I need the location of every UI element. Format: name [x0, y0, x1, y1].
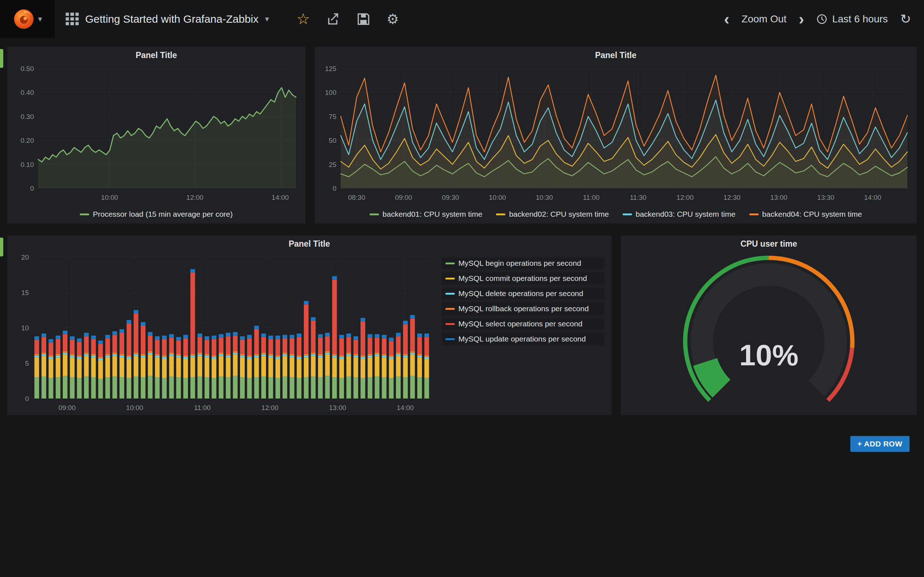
legend-label: MySQL update operations per second — [459, 335, 586, 343]
legend-label: backend04: CPU system time — [762, 210, 862, 219]
legend-item[interactable]: MySQL update operations per second — [442, 333, 604, 345]
svg-text:08:30: 08:30 — [348, 193, 365, 201]
svg-text:10: 10 — [21, 324, 29, 332]
svg-text:0.40: 0.40 — [21, 89, 34, 96]
chevron-right-icon[interactable]: › — [799, 13, 804, 25]
svg-text:14:00: 14:00 — [271, 193, 289, 201]
svg-text:15: 15 — [21, 289, 29, 297]
legend-color-dash — [446, 263, 455, 264]
legend-color-dash — [446, 278, 455, 279]
legend-item[interactable]: MySQL rollback operations per second — [442, 303, 604, 315]
svg-text:14:00: 14:00 — [864, 193, 881, 201]
chart-legend: backend01: CPU system timebackend02: CPU… — [315, 205, 917, 224]
mysql-operations-chart[interactable]: 09:0010:0011:0012:0013:0014:0005101520 — [13, 252, 436, 415]
legend-color-dash — [80, 213, 89, 215]
row-toggle-handle[interactable] — [0, 238, 3, 256]
clock-icon — [816, 14, 827, 24]
legend-item[interactable]: backend03: CPU system time — [623, 210, 736, 219]
add-row-button[interactable]: + ADD ROW — [850, 436, 909, 452]
svg-text:09:00: 09:00 — [395, 193, 412, 201]
svg-text:0: 0 — [30, 185, 34, 192]
svg-text:12:00: 12:00 — [186, 193, 204, 201]
row-toggle-handle[interactable] — [0, 49, 3, 68]
svg-text:11:00: 11:00 — [194, 404, 210, 411]
legend-item[interactable]: MySQL select operations per second — [442, 318, 604, 330]
svg-text:10:30: 10:30 — [536, 193, 553, 201]
svg-text:12:00: 12:00 — [677, 193, 694, 201]
chart-legend: Processor load (15 min average per core) — [7, 205, 305, 224]
settings-icon[interactable]: ⚙ — [386, 12, 399, 26]
svg-text:0.20: 0.20 — [21, 137, 34, 144]
panel-cpu-user-gauge: CPU user time 10% — [621, 235, 917, 415]
svg-text:125: 125 — [325, 65, 336, 73]
save-icon[interactable] — [356, 12, 371, 26]
svg-text:13:30: 13:30 — [817, 193, 835, 201]
panel-title[interactable]: Panel Title — [7, 235, 611, 252]
processor-load-chart[interactable]: 10:0012:0014:0000.100.200.300.400.50 — [10, 63, 302, 205]
legend-label: Processor load (15 min average per core) — [93, 210, 233, 219]
panel-mysql-operations: Panel Title 09:0010:0011:0012:0013:0014:… — [7, 235, 611, 415]
svg-text:100: 100 — [325, 89, 336, 96]
legend-label: MySQL begin operations per second — [459, 259, 581, 268]
dashboard-row-2: Panel Title 09:0010:0011:0012:0013:0014:… — [7, 235, 917, 415]
svg-text:50: 50 — [329, 137, 336, 144]
legend-item[interactable]: backend02: CPU system time — [496, 210, 609, 219]
svg-text:13:00: 13:00 — [329, 404, 346, 411]
time-controls: ‹ Zoom Out › Last 6 hours ↻ — [724, 13, 924, 26]
svg-text:10:00: 10:00 — [489, 193, 506, 201]
svg-text:11:30: 11:30 — [630, 193, 646, 201]
legend-item[interactable]: MySQL commit operations per second — [442, 272, 604, 285]
legend-item[interactable]: Processor load (15 min average per core) — [80, 210, 233, 219]
grafana-logo — [13, 8, 35, 30]
dashboard-footer: + ADD ROW — [7, 427, 917, 452]
dashboard-title: Getting Started with Grafana-Zabbix — [85, 13, 258, 25]
legend-color-dash — [446, 293, 455, 295]
caret-down-icon: ▾ — [265, 15, 269, 23]
svg-text:11:00: 11:00 — [583, 193, 599, 201]
svg-text:13:00: 13:00 — [770, 193, 788, 201]
dashboard-picker-button[interactable]: Getting Started with Grafana-Zabbix ▾ — [55, 13, 280, 26]
panel-title[interactable]: Panel Title — [7, 47, 305, 63]
panel-title[interactable]: Panel Title — [315, 47, 917, 63]
cpu-user-gauge: 10% — [627, 252, 911, 411]
time-picker-button[interactable]: Last 6 hours — [816, 13, 888, 25]
dashboard-actions: ☆ ⚙ — [296, 11, 399, 27]
grafana-logo-button[interactable]: ▾ — [0, 0, 55, 38]
legend-color-dash — [446, 308, 455, 310]
chart-legend: MySQL begin operations per secondMySQL c… — [439, 252, 609, 415]
legend-color-dash — [623, 213, 632, 215]
caret-down-icon: ▾ — [38, 15, 42, 23]
star-icon[interactable]: ☆ — [296, 11, 310, 27]
legend-label: MySQL commit operations per second — [459, 274, 587, 283]
legend-item[interactable]: MySQL begin operations per second — [442, 257, 604, 269]
refresh-icon[interactable]: ↻ — [900, 13, 911, 26]
cpu-system-chart[interactable]: 08:3009:0009:3010:0010:3011:0011:3012:00… — [318, 63, 914, 205]
svg-text:0.10: 0.10 — [21, 161, 34, 168]
svg-text:20: 20 — [21, 253, 29, 261]
svg-text:10:00: 10:00 — [126, 404, 143, 411]
legend-item[interactable]: backend04: CPU system time — [749, 210, 862, 219]
share-icon[interactable] — [326, 12, 340, 26]
panel-processor-load: Panel Title 10:0012:0014:0000.100.200.30… — [7, 47, 305, 224]
svg-text:0.30: 0.30 — [21, 113, 34, 121]
panel-title[interactable]: CPU user time — [621, 235, 917, 252]
panel-cpu-system: Panel Title 08:3009:0009:3010:0010:3011:… — [315, 47, 917, 224]
legend-color-dash — [446, 323, 455, 325]
dashboard-row-1: Panel Title 10:0012:0014:0000.100.200.30… — [7, 47, 917, 224]
svg-text:14:00: 14:00 — [397, 404, 414, 411]
navbar: ▾ Getting Started with Grafana-Zabbix ▾ … — [0, 0, 924, 38]
svg-text:12:00: 12:00 — [261, 404, 279, 411]
legend-item[interactable]: backend01: CPU system time — [370, 210, 483, 219]
legend-label: backend01: CPU system time — [383, 210, 483, 219]
svg-text:09:30: 09:30 — [442, 193, 459, 201]
svg-text:09:00: 09:00 — [58, 404, 76, 411]
legend-label: backend02: CPU system time — [509, 210, 609, 219]
legend-label: MySQL select operations per second — [459, 319, 583, 328]
svg-text:10:00: 10:00 — [101, 193, 118, 201]
zoom-out-button[interactable]: Zoom Out — [742, 13, 787, 25]
legend-item[interactable]: MySQL delete operations per second — [442, 287, 604, 300]
svg-text:75: 75 — [329, 113, 336, 121]
svg-text:0: 0 — [25, 395, 29, 403]
chevron-left-icon[interactable]: ‹ — [724, 13, 729, 25]
svg-text:12:30: 12:30 — [723, 193, 741, 201]
